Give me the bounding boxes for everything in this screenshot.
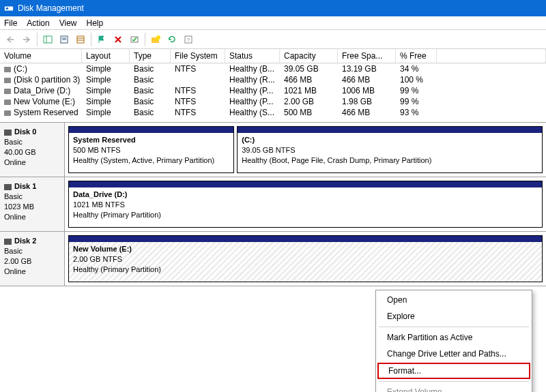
window-title: Disk Management bbox=[18, 3, 84, 13]
volume-icon bbox=[4, 78, 11, 83]
volume-row[interactable]: (C:)SimpleBasicNTFSHealthy (B...39.05 GB… bbox=[0, 63, 546, 74]
cm-separator bbox=[379, 381, 529, 382]
forward-icon[interactable] bbox=[19, 32, 34, 47]
disk-partitions: System Reserved500 MB NTFSHealthy (Syste… bbox=[65, 123, 546, 177]
volume-list[interactable]: (C:)SimpleBasicNTFSHealthy (B...39.05 GB… bbox=[0, 63, 546, 118]
col-spacer bbox=[437, 49, 546, 63]
cm-extend-volume[interactable]: Extend Volume... bbox=[376, 384, 532, 392]
panel-icon[interactable] bbox=[40, 32, 55, 47]
menu-action[interactable]: Action bbox=[27, 18, 49, 28]
cm-open[interactable]: Open bbox=[376, 292, 532, 308]
cm-mark-active[interactable]: Mark Partition as Active bbox=[376, 329, 532, 346]
partition-header-bar bbox=[69, 181, 542, 187]
disk-label[interactable]: Disk 2Basic2.00 GBOnline bbox=[0, 232, 65, 286]
check-icon[interactable] bbox=[127, 32, 142, 47]
toolbar-separator bbox=[91, 33, 91, 46]
partition-header-bar bbox=[69, 127, 233, 133]
col-layout[interactable]: Layout bbox=[82, 49, 130, 63]
partition[interactable]: Data_Drive (D:)1021 MB NTFSHealthy (Prim… bbox=[68, 181, 543, 228]
volume-list-header: Volume Layout Type File System Status Ca… bbox=[0, 49, 546, 63]
disk-label[interactable]: Disk 0Basic40.00 GBOnline bbox=[0, 123, 65, 177]
app-icon bbox=[4, 3, 14, 13]
flag-icon[interactable] bbox=[94, 32, 109, 47]
volume-row[interactable]: System ReservedSimpleBasicNTFSHealthy (S… bbox=[0, 107, 546, 118]
svg-rect-3 bbox=[44, 36, 52, 43]
disk-panel: Disk 0Basic40.00 GBOnlineSystem Reserved… bbox=[0, 122, 546, 286]
disk-row: Disk 0Basic40.00 GBOnlineSystem Reserved… bbox=[0, 123, 546, 177]
disk-icon bbox=[4, 239, 12, 245]
menu-view[interactable]: View bbox=[59, 18, 77, 28]
disk-label[interactable]: Disk 1Basic1023 MBOnline bbox=[0, 177, 65, 231]
svg-text:?: ? bbox=[187, 37, 190, 43]
toolbar-separator bbox=[145, 33, 145, 46]
cm-separator bbox=[379, 327, 529, 327]
partition-header-bar bbox=[238, 127, 542, 133]
disk-row: Disk 2Basic2.00 GBOnlineNew Volume (E:)2… bbox=[0, 232, 546, 286]
partition[interactable]: (C:)39.05 GB NTFSHealthy (Boot, Page Fil… bbox=[237, 126, 543, 173]
col-freespace[interactable]: Free Spa... bbox=[338, 49, 396, 63]
disk-row: Disk 1Basic1023 MBOnlineData_Drive (D:)1… bbox=[0, 177, 546, 232]
menu-help[interactable]: Help bbox=[87, 18, 104, 28]
partition-header-bar bbox=[69, 236, 542, 242]
partition[interactable]: New Volume (E:)2.00 GB NTFSHealthy (Prim… bbox=[68, 235, 543, 282]
volume-row[interactable]: Data_Drive (D:)SimpleBasicNTFSHealthy (P… bbox=[0, 85, 546, 96]
volume-icon bbox=[4, 67, 11, 72]
titlebar: Disk Management bbox=[0, 0, 546, 16]
list-icon[interactable] bbox=[73, 32, 88, 47]
partition[interactable]: System Reserved500 MB NTFSHealthy (Syste… bbox=[68, 126, 234, 173]
col-status[interactable]: Status bbox=[225, 49, 280, 63]
col-filesystem[interactable]: File System bbox=[171, 49, 225, 63]
volume-icon bbox=[4, 89, 11, 94]
disk-partitions: New Volume (E:)2.00 GB NTFSHealthy (Prim… bbox=[65, 232, 546, 286]
volume-row[interactable]: New Volume (E:)SimpleBasicNTFSHealthy (P… bbox=[0, 96, 546, 107]
properties-icon[interactable] bbox=[57, 32, 72, 47]
col-capacity[interactable]: Capacity bbox=[280, 49, 338, 63]
col-type[interactable]: Type bbox=[130, 49, 171, 63]
col-pctfree[interactable]: % Free bbox=[396, 49, 437, 63]
volume-icon bbox=[4, 110, 11, 116]
cm-change-letter[interactable]: Change Drive Letter and Paths... bbox=[376, 346, 532, 362]
col-volume[interactable]: Volume bbox=[0, 49, 82, 63]
menubar: File Action View Help bbox=[0, 16, 546, 30]
svg-rect-8 bbox=[77, 36, 84, 43]
delete-icon[interactable] bbox=[111, 32, 126, 47]
cm-explore[interactable]: Explore bbox=[376, 308, 532, 325]
disk-icon bbox=[4, 130, 12, 136]
help-icon[interactable]: ? bbox=[181, 32, 196, 47]
toolbar: ? bbox=[0, 30, 546, 49]
toolbar-separator bbox=[37, 33, 38, 46]
cm-format[interactable]: Format... bbox=[377, 363, 530, 379]
volume-row[interactable]: (Disk 0 partition 3)SimpleBasicHealthy (… bbox=[0, 74, 546, 85]
folder-new-icon[interactable] bbox=[148, 32, 163, 47]
volume-icon bbox=[4, 100, 11, 105]
menu-file[interactable]: File bbox=[4, 18, 17, 28]
back-icon[interactable] bbox=[3, 32, 18, 47]
svg-rect-2 bbox=[6, 7, 9, 10]
disk-partitions: Data_Drive (D:)1021 MB NTFSHealthy (Prim… bbox=[65, 177, 546, 231]
refresh-icon[interactable] bbox=[164, 32, 179, 47]
context-menu: Open Explore Mark Partition as Active Ch… bbox=[375, 290, 532, 392]
svg-point-13 bbox=[156, 35, 160, 40]
disk-icon bbox=[4, 184, 12, 190]
